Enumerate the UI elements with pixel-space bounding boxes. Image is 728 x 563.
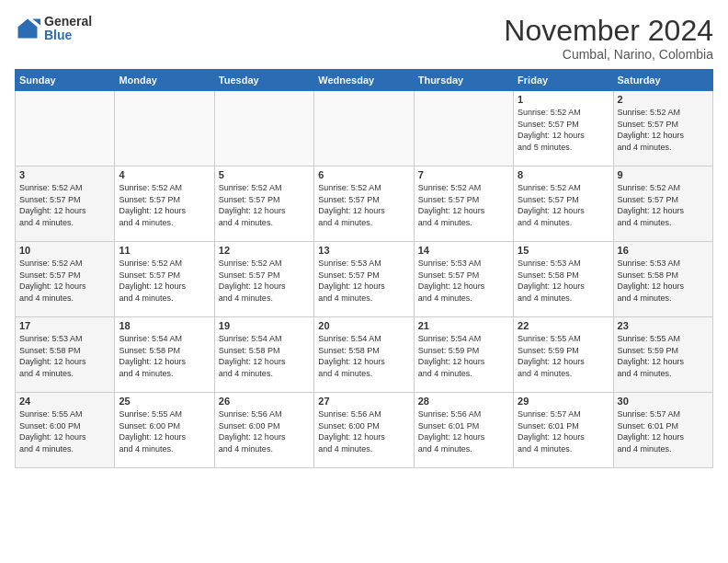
svg-marker-0 bbox=[18, 19, 38, 39]
day-number: 15 bbox=[518, 245, 609, 256]
day-info: Sunrise: 5:52 AM Sunset: 5:57 PM Dayligh… bbox=[219, 258, 310, 304]
calendar-cell: 2Sunrise: 5:52 AM Sunset: 5:57 PM Daylig… bbox=[613, 91, 712, 167]
day-number: 23 bbox=[618, 320, 709, 331]
calendar-cell bbox=[115, 91, 214, 167]
day-info: Sunrise: 5:54 AM Sunset: 5:58 PM Dayligh… bbox=[219, 333, 310, 379]
day-number: 4 bbox=[119, 169, 210, 180]
day-number: 30 bbox=[618, 396, 709, 407]
page-container: General Blue November 2024 Cumbal, Narin… bbox=[0, 0, 728, 476]
calendar-body: 1Sunrise: 5:52 AM Sunset: 5:57 PM Daylig… bbox=[16, 91, 713, 468]
day-info: Sunrise: 5:52 AM Sunset: 5:57 PM Dayligh… bbox=[318, 182, 409, 228]
month-title: November 2024 bbox=[504, 15, 713, 47]
calendar-header: SundayMondayTuesdayWednesdayThursdayFrid… bbox=[16, 70, 713, 91]
weekday-header-wednesday: Wednesday bbox=[314, 70, 414, 91]
calendar-cell: 16Sunrise: 5:53 AM Sunset: 5:58 PM Dayli… bbox=[613, 242, 712, 317]
day-number: 21 bbox=[418, 320, 509, 331]
day-number: 28 bbox=[418, 396, 509, 407]
day-info: Sunrise: 5:54 AM Sunset: 5:58 PM Dayligh… bbox=[318, 333, 409, 379]
calendar-cell bbox=[414, 91, 513, 167]
calendar-cell: 1Sunrise: 5:52 AM Sunset: 5:57 PM Daylig… bbox=[514, 91, 613, 167]
day-info: Sunrise: 5:52 AM Sunset: 5:57 PM Dayligh… bbox=[19, 182, 110, 228]
day-info: Sunrise: 5:52 AM Sunset: 5:57 PM Dayligh… bbox=[618, 182, 709, 228]
day-info: Sunrise: 5:55 AM Sunset: 5:59 PM Dayligh… bbox=[518, 333, 609, 379]
day-number: 18 bbox=[119, 320, 210, 331]
calendar-cell: 30Sunrise: 5:57 AM Sunset: 6:01 PM Dayli… bbox=[613, 393, 712, 468]
logo-blue: Blue bbox=[44, 29, 92, 42]
day-info: Sunrise: 5:53 AM Sunset: 5:58 PM Dayligh… bbox=[19, 333, 110, 379]
calendar-cell: 24Sunrise: 5:55 AM Sunset: 6:00 PM Dayli… bbox=[16, 393, 115, 468]
calendar-cell: 29Sunrise: 5:57 AM Sunset: 6:01 PM Dayli… bbox=[514, 393, 613, 468]
weekday-header-friday: Friday bbox=[514, 70, 613, 91]
calendar-cell: 28Sunrise: 5:56 AM Sunset: 6:01 PM Dayli… bbox=[414, 393, 513, 468]
day-info: Sunrise: 5:53 AM Sunset: 5:58 PM Dayligh… bbox=[618, 258, 709, 304]
location-subtitle: Cumbal, Narino, Colombia bbox=[504, 47, 713, 62]
calendar-cell: 27Sunrise: 5:56 AM Sunset: 6:00 PM Dayli… bbox=[314, 393, 414, 468]
calendar-cell: 6Sunrise: 5:52 AM Sunset: 5:57 PM Daylig… bbox=[314, 167, 414, 242]
weekday-header-tuesday: Tuesday bbox=[214, 70, 313, 91]
day-info: Sunrise: 5:57 AM Sunset: 6:01 PM Dayligh… bbox=[518, 408, 609, 454]
calendar-cell: 26Sunrise: 5:56 AM Sunset: 6:00 PM Dayli… bbox=[214, 393, 313, 468]
day-info: Sunrise: 5:52 AM Sunset: 5:57 PM Dayligh… bbox=[119, 258, 210, 304]
day-number: 10 bbox=[19, 245, 110, 256]
calendar-cell: 17Sunrise: 5:53 AM Sunset: 5:58 PM Dayli… bbox=[16, 317, 115, 393]
day-info: Sunrise: 5:52 AM Sunset: 5:57 PM Dayligh… bbox=[219, 182, 310, 228]
calendar-cell: 9Sunrise: 5:52 AM Sunset: 5:57 PM Daylig… bbox=[613, 167, 712, 242]
calendar-week-1: 1Sunrise: 5:52 AM Sunset: 5:57 PM Daylig… bbox=[16, 91, 713, 167]
day-number: 26 bbox=[219, 396, 310, 407]
calendar-cell: 22Sunrise: 5:55 AM Sunset: 5:59 PM Dayli… bbox=[514, 317, 613, 393]
day-info: Sunrise: 5:53 AM Sunset: 5:57 PM Dayligh… bbox=[418, 258, 509, 304]
calendar-cell bbox=[16, 91, 115, 167]
calendar-cell bbox=[214, 91, 313, 167]
calendar-cell: 19Sunrise: 5:54 AM Sunset: 5:58 PM Dayli… bbox=[214, 317, 313, 393]
calendar-cell bbox=[314, 91, 414, 167]
day-info: Sunrise: 5:56 AM Sunset: 6:00 PM Dayligh… bbox=[318, 408, 409, 454]
day-number: 20 bbox=[318, 320, 409, 331]
day-number: 29 bbox=[518, 396, 609, 407]
header: General Blue November 2024 Cumbal, Narin… bbox=[15, 15, 713, 62]
day-number: 14 bbox=[418, 245, 509, 256]
day-number: 5 bbox=[219, 169, 310, 180]
logo-general: General bbox=[44, 15, 92, 29]
calendar-cell: 21Sunrise: 5:54 AM Sunset: 5:59 PM Dayli… bbox=[414, 317, 513, 393]
calendar-cell: 8Sunrise: 5:52 AM Sunset: 5:57 PM Daylig… bbox=[514, 167, 613, 242]
day-number: 13 bbox=[318, 245, 409, 256]
day-number: 9 bbox=[618, 169, 709, 180]
calendar-cell: 5Sunrise: 5:52 AM Sunset: 5:57 PM Daylig… bbox=[214, 167, 313, 242]
weekday-header-sunday: Sunday bbox=[16, 70, 115, 91]
day-number: 7 bbox=[418, 169, 509, 180]
logo-text: General Blue bbox=[44, 15, 92, 43]
day-info: Sunrise: 5:52 AM Sunset: 5:57 PM Dayligh… bbox=[119, 182, 210, 228]
day-info: Sunrise: 5:52 AM Sunset: 5:57 PM Dayligh… bbox=[19, 258, 110, 304]
calendar-cell: 20Sunrise: 5:54 AM Sunset: 5:58 PM Dayli… bbox=[314, 317, 414, 393]
calendar-cell: 7Sunrise: 5:52 AM Sunset: 5:57 PM Daylig… bbox=[414, 167, 513, 242]
day-info: Sunrise: 5:55 AM Sunset: 6:00 PM Dayligh… bbox=[119, 408, 210, 454]
calendar-table: SundayMondayTuesdayWednesdayThursdayFrid… bbox=[15, 69, 713, 468]
calendar-week-5: 24Sunrise: 5:55 AM Sunset: 6:00 PM Dayli… bbox=[16, 393, 713, 468]
day-number: 11 bbox=[119, 245, 210, 256]
day-info: Sunrise: 5:56 AM Sunset: 6:01 PM Dayligh… bbox=[418, 408, 509, 454]
logo: General Blue bbox=[15, 15, 92, 43]
calendar-cell: 25Sunrise: 5:55 AM Sunset: 6:00 PM Dayli… bbox=[115, 393, 214, 468]
calendar-cell: 4Sunrise: 5:52 AM Sunset: 5:57 PM Daylig… bbox=[115, 167, 214, 242]
weekday-header-thursday: Thursday bbox=[414, 70, 513, 91]
day-info: Sunrise: 5:56 AM Sunset: 6:00 PM Dayligh… bbox=[219, 408, 310, 454]
calendar-cell: 15Sunrise: 5:53 AM Sunset: 5:58 PM Dayli… bbox=[514, 242, 613, 317]
calendar-cell: 10Sunrise: 5:52 AM Sunset: 5:57 PM Dayli… bbox=[16, 242, 115, 317]
day-number: 17 bbox=[19, 320, 110, 331]
calendar-cell: 23Sunrise: 5:55 AM Sunset: 5:59 PM Dayli… bbox=[613, 317, 712, 393]
day-info: Sunrise: 5:54 AM Sunset: 5:59 PM Dayligh… bbox=[418, 333, 509, 379]
day-number: 27 bbox=[318, 396, 409, 407]
weekday-header-row: SundayMondayTuesdayWednesdayThursdayFrid… bbox=[16, 70, 713, 91]
title-area: November 2024 Cumbal, Narino, Colombia bbox=[504, 15, 713, 62]
calendar-cell: 12Sunrise: 5:52 AM Sunset: 5:57 PM Dayli… bbox=[214, 242, 313, 317]
weekday-header-saturday: Saturday bbox=[613, 70, 712, 91]
day-info: Sunrise: 5:52 AM Sunset: 5:57 PM Dayligh… bbox=[518, 182, 609, 228]
calendar-cell: 14Sunrise: 5:53 AM Sunset: 5:57 PM Dayli… bbox=[414, 242, 513, 317]
day-number: 24 bbox=[19, 396, 110, 407]
day-info: Sunrise: 5:53 AM Sunset: 5:58 PM Dayligh… bbox=[518, 258, 609, 304]
day-info: Sunrise: 5:53 AM Sunset: 5:57 PM Dayligh… bbox=[318, 258, 409, 304]
day-info: Sunrise: 5:55 AM Sunset: 5:59 PM Dayligh… bbox=[618, 333, 709, 379]
day-number: 12 bbox=[219, 245, 310, 256]
day-info: Sunrise: 5:57 AM Sunset: 6:01 PM Dayligh… bbox=[618, 408, 709, 454]
day-info: Sunrise: 5:52 AM Sunset: 5:57 PM Dayligh… bbox=[618, 107, 709, 153]
